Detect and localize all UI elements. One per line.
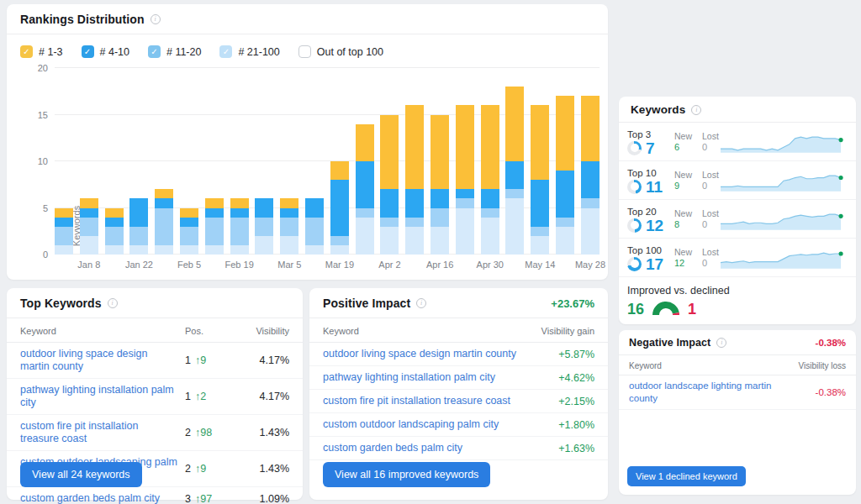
bar-segment	[456, 105, 474, 189]
bar-jan-29[interactable]	[155, 189, 173, 255]
bar-jan-8[interactable]	[80, 198, 98, 255]
bar-feb-5[interactable]	[180, 208, 198, 255]
view-improved-keywords-button[interactable]: View all 16 improved keywords	[323, 462, 490, 487]
bar-segment	[280, 208, 298, 218]
total-visibility-gain: +23.67%	[551, 297, 594, 310]
bar-segment	[55, 227, 73, 245]
legend-checkbox--21-100[interactable]: ✓# 21-100	[219, 45, 279, 58]
rankings-distribution-panel: Rankings Distribution i ✓# 1-3✓# 4-10✓# …	[7, 4, 608, 280]
legend-checkbox--11-20[interactable]: ✓# 11-20	[148, 45, 201, 58]
bar-segment	[380, 115, 399, 190]
view-all-keywords-button[interactable]: View all 24 keywords	[20, 462, 142, 487]
bar-feb-12[interactable]	[205, 198, 224, 255]
lost-column: Lost0	[702, 247, 719, 268]
visibility-value: 1.43%	[237, 427, 289, 438]
legend-label: # 11-20	[166, 46, 201, 58]
view-declined-keyword-button[interactable]: View 1 declined keyword	[627, 466, 746, 486]
info-icon[interactable]: i	[151, 14, 161, 24]
bar-feb-19[interactable]	[230, 198, 249, 255]
keyword-link[interactable]: pathway lighting installation palm city	[323, 371, 524, 384]
keyword-link[interactable]: custom fire pit installation treasure co…	[20, 420, 185, 445]
bar-may-14[interactable]	[531, 105, 549, 255]
rankings-legend: ✓# 1-3✓# 4-10✓# 11-20✓# 21-100Out of top…	[7, 34, 608, 58]
checkbox-unchecked-icon[interactable]	[298, 45, 311, 58]
new-column: New8	[674, 208, 692, 229]
bar-segment	[505, 87, 524, 161]
position-cell: 2↑98	[185, 427, 237, 438]
checkbox-checked-icon[interactable]: ✓	[82, 45, 94, 58]
keyword-link[interactable]: pathway lighting installation palm city	[20, 384, 185, 409]
bar-segment	[531, 227, 549, 236]
keyword-link[interactable]: outdoor living space design martin count…	[20, 348, 185, 373]
checkbox-checked-icon[interactable]: ✓	[20, 45, 33, 58]
info-icon[interactable]: i	[416, 298, 426, 308]
x-tick-label: Feb 5	[177, 260, 201, 270]
bar-apr-30[interactable]	[481, 105, 499, 255]
bar-segment	[305, 198, 324, 217]
bar-may-21[interactable]	[556, 96, 574, 255]
checkbox-checked-icon[interactable]: ✓	[219, 45, 232, 58]
keyword-link[interactable]: custom outdoor landscaping palm city	[323, 418, 524, 431]
keyword-link[interactable]: outdoor living space design martin count…	[323, 348, 524, 360]
keyword-link[interactable]: custom fire pit installation treasure co…	[323, 395, 524, 407]
latest-point-dot	[839, 251, 843, 255]
legend-label: Out of top 100	[317, 46, 383, 58]
position-delta-up: ↑98	[195, 427, 212, 438]
bar-feb-26[interactable]	[255, 198, 273, 255]
bar-segment	[55, 218, 73, 227]
position-value: 1	[185, 354, 191, 366]
new-column-label: New	[674, 247, 692, 257]
bar-segment	[430, 227, 449, 255]
bar-segment	[405, 189, 424, 217]
legend-checkbox-out-of-top-100[interactable]: Out of top 100	[298, 45, 383, 58]
bar-mar-19[interactable]	[330, 161, 349, 255]
donut-chart	[627, 257, 642, 271]
visibility-value: 1.09%	[237, 493, 289, 504]
trend-sparkline	[720, 131, 846, 155]
bucket-summary: Top 37	[627, 129, 674, 156]
table-row: outdoor living space design martin count…	[309, 343, 608, 366]
bar-segment	[180, 227, 198, 245]
x-tick-label: Apr 2	[378, 260, 400, 270]
info-icon[interactable]: i	[716, 338, 726, 348]
bar-jan-22[interactable]	[129, 198, 148, 255]
y-tick-label: 10	[18, 156, 48, 166]
keyword-link[interactable]: custom garden beds palm city	[20, 492, 185, 504]
table-header: Keyword Visibility loss	[619, 355, 856, 375]
bar-apr-23[interactable]	[456, 105, 474, 255]
lost-column: Lost0	[702, 208, 719, 229]
bar-segment	[481, 105, 499, 189]
bar-segment	[405, 105, 424, 189]
bucket-label: Top 100	[627, 245, 674, 255]
info-icon[interactable]: i	[691, 105, 701, 115]
bar-segment	[180, 208, 198, 218]
checkbox-checked-icon[interactable]: ✓	[148, 45, 161, 58]
latest-point-dot	[839, 213, 843, 218]
bar-may-28[interactable]	[581, 96, 600, 255]
bar-apr-16[interactable]	[430, 115, 449, 255]
bar-may-7[interactable]	[505, 87, 524, 255]
position-delta-up: ↑2	[195, 391, 206, 402]
bar-apr-9[interactable]	[405, 105, 424, 255]
declined-count: 1	[688, 302, 696, 317]
lost-column: Lost0	[702, 131, 719, 152]
bar-jan-1[interactable]	[55, 208, 73, 255]
bar-mar-12[interactable]	[305, 198, 324, 255]
bar-mar-26[interactable]	[356, 124, 374, 255]
legend-checkbox--4-10[interactable]: ✓# 4-10	[82, 45, 129, 58]
keyword-link[interactable]: custom garden beds palm city	[323, 442, 524, 454]
bar-jan-15[interactable]	[105, 208, 124, 255]
new-lost-columns: New8Lost0	[674, 208, 718, 229]
bar-segment	[105, 227, 124, 245]
latest-point-dot	[839, 138, 843, 142]
bar-segment	[556, 171, 574, 218]
panel-title: Keywords	[631, 103, 685, 116]
position-delta-up: ↑9	[195, 354, 206, 366]
legend-checkbox--1-3[interactable]: ✓# 1-3	[20, 45, 63, 58]
visibility-gain-value: +2.15%	[524, 396, 594, 407]
keyword-link[interactable]: outdoor landscape lighting martin county	[629, 380, 780, 405]
info-icon[interactable]: i	[108, 298, 118, 308]
column-header-visibility-gain: Visibility gain	[524, 326, 594, 336]
bar-apr-2[interactable]	[380, 115, 399, 255]
bar-mar-5[interactable]	[280, 198, 298, 255]
